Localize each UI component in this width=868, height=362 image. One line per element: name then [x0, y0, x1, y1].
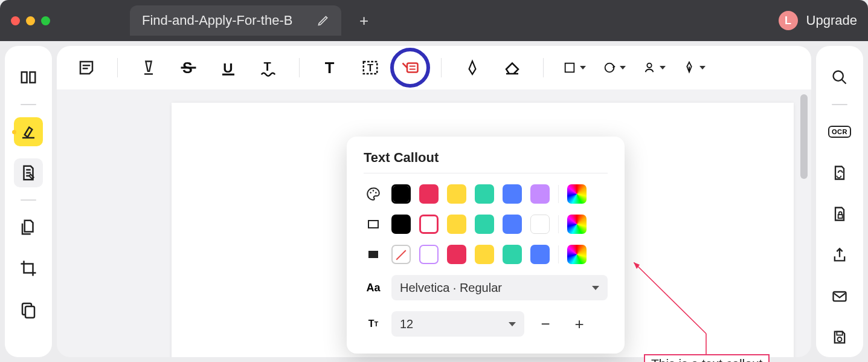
fill-color-row [364, 245, 608, 264]
svg-rect-26 [838, 215, 843, 218]
font-size-decrease-button[interactable]: − [533, 311, 558, 337]
fill-color-swatch[interactable] [530, 245, 550, 264]
fill-color-swatch[interactable] [391, 245, 411, 264]
custom-color-button[interactable] [567, 245, 587, 264]
crop-icon [19, 259, 37, 277]
svg-line-25 [842, 80, 846, 84]
font-size-row: TT 12 − + [364, 311, 608, 337]
fill-color-swatch[interactable] [475, 245, 494, 264]
signature-tool[interactable] [683, 56, 706, 79]
fill-color-swatch[interactable] [503, 245, 522, 264]
eraser-tool[interactable] [501, 56, 524, 79]
text-tool[interactable]: T [319, 56, 342, 79]
fill-color-swatch[interactable] [447, 245, 466, 264]
shape-tool[interactable] [563, 56, 586, 79]
annotation-toolbar: S U T T T [57, 46, 811, 89]
rail-separator [21, 199, 36, 201]
ocr-icon: OCR [828, 126, 851, 138]
document-tab[interactable]: Find-and-Apply-For-the-B [130, 5, 341, 36]
custom-color-button[interactable] [567, 215, 587, 234]
border-color-swatch[interactable] [391, 215, 411, 234]
text-color-swatch[interactable] [503, 184, 522, 204]
text-color-row [364, 184, 608, 204]
rail-separator [21, 104, 36, 105]
share-icon [831, 247, 848, 263]
fill-color-swatch[interactable] [419, 245, 439, 264]
callout-text: This is a text callout [651, 357, 762, 362]
svg-text:T: T [367, 62, 373, 73]
underline-tool[interactable]: U [217, 56, 240, 79]
upgrade-label: Upgrade [806, 13, 857, 28]
pen-tool[interactable] [461, 56, 484, 79]
text-color-swatch[interactable] [475, 184, 494, 204]
custom-color-button[interactable] [567, 184, 587, 204]
mail-icon [831, 288, 848, 305]
toolbar-separator [299, 58, 300, 77]
font-size-select[interactable]: 12 [391, 311, 524, 337]
annotate-mode-button[interactable] [14, 117, 43, 146]
convert-button[interactable] [825, 158, 854, 187]
crop-button[interactable] [14, 254, 43, 283]
vertical-scrollbar[interactable] [800, 94, 808, 179]
border-color-swatch[interactable] [503, 215, 522, 234]
edit-mode-button[interactable] [14, 158, 43, 187]
rail-separator [832, 104, 847, 105]
window-zoom-button[interactable] [41, 16, 50, 25]
highlight-tool[interactable] [137, 56, 160, 79]
new-tab-button[interactable]: + [359, 11, 368, 30]
font-aa-icon: Aa [364, 282, 383, 294]
popup-title: Text Callout [364, 150, 608, 166]
compress-button[interactable] [14, 295, 43, 324]
swatch-separator [558, 215, 559, 233]
palette-icon [364, 186, 383, 202]
save-button[interactable] [825, 323, 854, 352]
right-tool-rail: OCR [816, 46, 863, 357]
person-stamp-icon [643, 60, 656, 76]
text-color-swatch[interactable] [419, 184, 439, 204]
square-outline-icon [364, 217, 383, 231]
measure-tool[interactable] [603, 56, 626, 79]
text-callout-tool[interactable] [399, 56, 422, 79]
callout-text-box[interactable]: This is a text callout [644, 354, 770, 362]
toolbar-separator [543, 58, 544, 77]
text-box-tool[interactable]: T [359, 56, 382, 79]
upgrade-button[interactable]: L Upgrade [779, 11, 857, 30]
share-button[interactable] [825, 241, 854, 270]
active-indicator-dot [12, 130, 16, 134]
text-color-swatch[interactable] [391, 184, 411, 204]
font-row: Aa Helvetica · Regular [364, 275, 608, 300]
border-color-swatch[interactable] [419, 215, 439, 234]
font-size-increase-button[interactable]: + [567, 311, 592, 337]
traffic-lights [11, 16, 50, 25]
left-tool-rail [5, 46, 52, 357]
border-color-row [364, 215, 608, 234]
stamp-tool[interactable] [643, 56, 666, 79]
svg-point-24 [834, 71, 843, 81]
svg-point-29 [838, 337, 842, 341]
font-family-value: Helvetica · Regular [400, 281, 502, 295]
mail-button[interactable] [825, 282, 854, 311]
svg-rect-28 [837, 332, 842, 335]
svg-rect-19 [368, 221, 378, 228]
reader-mode-button[interactable] [14, 63, 43, 92]
swatch-separator [558, 185, 559, 203]
popup-divider [364, 173, 608, 173]
font-family-select[interactable]: Helvetica · Regular [391, 275, 608, 300]
strikethrough-tool[interactable]: S [177, 56, 200, 79]
user-avatar: L [779, 11, 798, 30]
window-close-button[interactable] [11, 16, 20, 25]
border-color-swatch[interactable] [530, 215, 550, 234]
file-lock-icon [831, 205, 848, 222]
text-color-swatch[interactable] [530, 184, 550, 204]
border-color-swatch[interactable] [475, 215, 494, 234]
ocr-button[interactable]: OCR [825, 117, 854, 146]
underline-icon: U [219, 59, 237, 77]
window-minimize-button[interactable] [26, 16, 35, 25]
pages-panel-button[interactable] [14, 213, 43, 242]
border-color-swatch[interactable] [447, 215, 466, 234]
protect-button[interactable] [825, 199, 854, 228]
note-tool[interactable] [75, 56, 98, 79]
squiggly-tool[interactable]: T [257, 56, 280, 79]
text-color-swatch[interactable] [447, 184, 466, 204]
search-button[interactable] [825, 63, 854, 92]
